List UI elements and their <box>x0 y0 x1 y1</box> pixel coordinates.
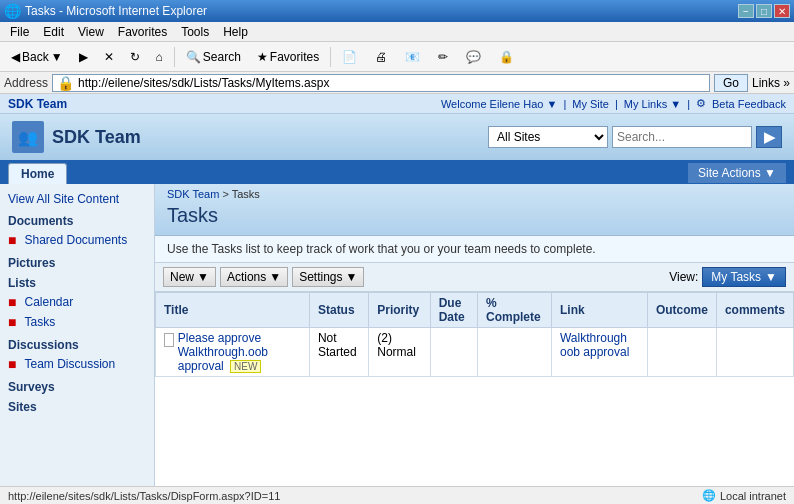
task-link-value[interactable]: Walkthrough oob approval <box>560 331 629 359</box>
actions-label: Actions <box>227 270 266 284</box>
nav-tabs: Home Site Actions ▼ <box>0 160 794 184</box>
address-bar: Address 🔒 http://eilene/sites/sdk/Lists/… <box>0 72 794 94</box>
go-button[interactable]: Go <box>714 74 748 92</box>
content-area: SDK Team > Tasks Tasks Use the Tasks lis… <box>155 184 794 486</box>
settings-icon[interactable]: ⚙ <box>696 97 706 110</box>
breadcrumb-tasks: Tasks <box>232 188 260 200</box>
menu-bar: File Edit View Favorites Tools Help <box>0 22 794 42</box>
new-button[interactable]: New ▼ <box>163 267 216 287</box>
minimize-button[interactable]: − <box>738 4 754 18</box>
site-header: 👥 SDK Team All Sites ▶ <box>0 114 794 160</box>
top-nav-site-name[interactable]: SDK Team <box>8 97 67 111</box>
list-item: ■ Team Discussion <box>4 354 150 374</box>
menu-file[interactable]: File <box>4 23 35 41</box>
sidebar: View All Site Content Documents ■ Shared… <box>0 184 155 486</box>
task-priority-cell: (2) Normal <box>369 328 430 377</box>
refresh-button[interactable]: ↻ <box>123 47 147 67</box>
home-button[interactable]: ⌂ <box>149 47 170 67</box>
bullet-icon-4: ■ <box>8 357 16 371</box>
menu-favorites[interactable]: Favorites <box>112 23 173 41</box>
welcome-text[interactable]: Welcome Eilene Hao ▼ <box>441 98 557 110</box>
sidebar-item-team-discussion[interactable]: Team Discussion <box>20 355 119 373</box>
menu-tools[interactable]: Tools <box>175 23 215 41</box>
zone-icon: 🌐 <box>702 489 716 502</box>
menu-edit[interactable]: Edit <box>37 23 70 41</box>
col-status[interactable]: Status <box>309 293 368 328</box>
home-icon: ⌂ <box>156 50 163 64</box>
page-title: Tasks <box>167 204 782 227</box>
links-button[interactable]: Links » <box>752 76 790 90</box>
menu-help[interactable]: Help <box>217 23 254 41</box>
col-percent[interactable]: % Complete <box>478 293 552 328</box>
address-label: Address <box>4 76 48 90</box>
back-dropdown-icon: ▼ <box>51 50 63 64</box>
bullet-icon: ■ <box>8 233 16 247</box>
new-dropdown-icon: ▼ <box>197 270 209 284</box>
sidebar-section-pictures: Pictures <box>8 256 146 270</box>
task-row-selector[interactable] <box>164 333 174 347</box>
address-url[interactable]: http://eilene/sites/sdk/Lists/Tasks/MyIt… <box>78 76 329 90</box>
list-item: ■ Calendar <box>4 292 150 312</box>
content-description: Use the Tasks list to keep track of work… <box>155 236 794 263</box>
settings-button[interactable]: Settings ▼ <box>292 267 364 287</box>
list-toolbar: New ▼ Actions ▼ Settings ▼ View: My Task… <box>155 263 794 292</box>
col-comments[interactable]: comments <box>716 293 793 328</box>
search-input[interactable] <box>612 126 752 148</box>
sidebar-item-tasks[interactable]: Tasks <box>20 313 59 331</box>
separator-2: | <box>615 98 618 110</box>
refresh-icon: ↻ <box>130 50 140 64</box>
menu-view[interactable]: View <box>72 23 110 41</box>
toolbar-icon-2[interactable]: 🖨 <box>368 47 394 67</box>
search-scope-dropdown[interactable]: All Sites <box>488 126 608 148</box>
task-duedate-cell <box>430 328 477 377</box>
main-content: View All Site Content Documents ■ Shared… <box>0 184 794 486</box>
col-outcome[interactable]: Outcome <box>647 293 716 328</box>
toolbar-icon-4[interactable]: ✏ <box>431 47 455 67</box>
content-header: SDK Team > Tasks Tasks <box>155 184 794 236</box>
actions-button[interactable]: Actions ▼ <box>220 267 288 287</box>
status-bar: http://eilene/sites/sdk/Lists/Tasks/Disp… <box>0 486 794 504</box>
close-button[interactable]: ✕ <box>774 4 790 18</box>
site-actions-button[interactable]: Site Actions ▼ <box>688 163 786 183</box>
view-dropdown[interactable]: My Tasks ▼ <box>702 267 786 287</box>
forward-button[interactable]: ▶ <box>72 47 95 67</box>
settings-label: Settings <box>299 270 342 284</box>
task-comments-cell <box>716 328 793 377</box>
tab-home[interactable]: Home <box>8 163 67 184</box>
stop-button[interactable]: ✕ <box>97 47 121 67</box>
view-all-content-link[interactable]: View All Site Content <box>4 190 150 208</box>
ie-icon: 🌐 <box>4 3 21 19</box>
col-priority[interactable]: Priority <box>369 293 430 328</box>
site-title-text: SDK Team <box>52 127 141 148</box>
my-site-link[interactable]: My Site <box>572 98 609 110</box>
sidebar-item-calendar[interactable]: Calendar <box>20 293 77 311</box>
search-section: All Sites ▶ <box>488 126 782 148</box>
beta-feedback-link[interactable]: Beta Feedback <box>712 98 786 110</box>
task-outcome-cell <box>647 328 716 377</box>
col-duedate[interactable]: Due Date <box>430 293 477 328</box>
task-link-cell: Walkthrough oob approval <box>551 328 647 377</box>
breadcrumb-sdk-team[interactable]: SDK Team <box>167 188 219 200</box>
sidebar-item-shared-documents[interactable]: Shared Documents <box>20 231 131 249</box>
toolbar-icon-5[interactable]: 💬 <box>459 47 488 67</box>
search-toolbar-button[interactable]: 🔍 Search <box>179 47 248 67</box>
sidebar-section-discussions: Discussions <box>8 338 146 352</box>
search-go-button[interactable]: ▶ <box>756 126 782 148</box>
my-links-link[interactable]: My Links ▼ <box>624 98 681 110</box>
toolbar-icon-6[interactable]: 🔒 <box>492 47 521 67</box>
breadcrumb-separator: > <box>222 188 231 200</box>
back-button[interactable]: ◀ Back ▼ <box>4 47 70 67</box>
bullet-icon-3: ■ <box>8 315 16 329</box>
table-row: Please approve Walkthrough.oob approval … <box>156 328 794 377</box>
sidebar-section-documents: Documents <box>8 214 146 228</box>
toolbar-separator-2 <box>330 47 331 67</box>
task-status-cell: Not Started <box>309 328 368 377</box>
actions-dropdown-icon: ▼ <box>269 270 281 284</box>
maximize-button[interactable]: □ <box>756 4 772 18</box>
toolbar-icon-3[interactable]: 📧 <box>398 47 427 67</box>
col-title[interactable]: Title <box>156 293 310 328</box>
favorites-button[interactable]: ★ Favorites <box>250 47 326 67</box>
favorites-icon: ★ <box>257 50 268 64</box>
col-link[interactable]: Link <box>551 293 647 328</box>
toolbar-icon-1[interactable]: 📄 <box>335 47 364 67</box>
